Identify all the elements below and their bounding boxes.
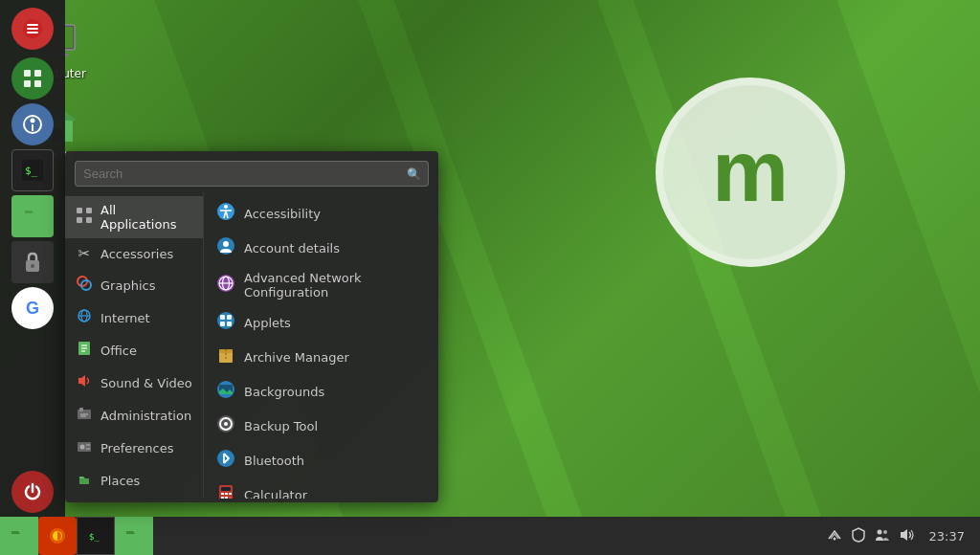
preferences-label: Preferences: [100, 441, 173, 455]
svg-rect-72: [221, 497, 224, 499]
sound-icon: [75, 373, 94, 392]
sidebar-menu-button[interactable]: [11, 8, 54, 50]
calculator-icon: [215, 483, 236, 499]
taskbar-right: 23:37: [824, 527, 980, 545]
archive-manager-label: Archive Manager: [244, 350, 349, 365]
search-bar: 🔍: [65, 151, 438, 192]
accessories-label: Accessories: [100, 247, 173, 261]
category-graphics[interactable]: Graphics: [65, 269, 203, 301]
svg-point-53: [217, 312, 234, 329]
sidebar-terminal-button[interactable]: $_: [11, 149, 54, 191]
accessories-icon: ✂: [75, 245, 94, 262]
search-input[interactable]: [75, 161, 429, 187]
bluetooth-label: Bluetooth: [244, 454, 304, 468]
app-accessibility[interactable]: Accessibility: [204, 196, 438, 231]
taskbar-files2-button[interactable]: [115, 517, 153, 555]
app-archive-manager[interactable]: Archive Manager: [204, 340, 438, 374]
menu-body: All Applications ✂ Accessories Graphics: [65, 192, 438, 499]
taskbar-clock: 23:37: [922, 529, 972, 544]
office-label: Office: [100, 344, 137, 358]
places-label: Places: [100, 474, 140, 488]
svg-point-41: [80, 445, 85, 450]
svg-point-65: [224, 422, 228, 426]
graphics-label: Graphics: [100, 278, 155, 293]
sidebar-power-button[interactable]: [11, 471, 54, 513]
category-sound-video[interactable]: Sound & Video: [65, 366, 203, 399]
advanced-network-label: Advanced Network Configuration: [244, 271, 427, 300]
svg-rect-13: [24, 80, 31, 87]
category-office[interactable]: Office: [65, 334, 203, 366]
category-preferences[interactable]: Preferences: [65, 432, 203, 464]
svg-rect-56: [220, 322, 225, 326]
account-details-label: Account details: [244, 241, 340, 255]
internet-label: Internet: [100, 311, 150, 325]
svg-point-66: [217, 450, 234, 467]
svg-rect-55: [227, 315, 232, 320]
taskbar-left: $_: [0, 517, 153, 555]
backgrounds-label: Backgrounds: [244, 385, 324, 399]
svg-rect-25: [86, 217, 92, 223]
apps-list: Accessibility Account details: [204, 192, 438, 499]
taskbar: $_: [0, 517, 980, 555]
app-menu: 🔍 All Applications ✂ Accessories: [65, 151, 438, 502]
category-places[interactable]: Places: [65, 464, 203, 497]
sidebar-grid-button[interactable]: [11, 57, 54, 100]
app-account-details[interactable]: Account details: [204, 231, 438, 265]
administration-label: Administration: [100, 409, 191, 423]
taskbar-firefox-button[interactable]: [38, 517, 77, 555]
svg-point-89: [877, 529, 881, 534]
applets-label: Applets: [244, 316, 291, 330]
svg-rect-74: [229, 497, 232, 499]
app-backgrounds[interactable]: Backgrounds: [204, 374, 438, 409]
accessibility-label: Accessibility: [244, 207, 321, 221]
svg-rect-71: [229, 493, 232, 495]
svg-point-16: [31, 119, 35, 123]
archive-icon: [215, 345, 236, 368]
svg-rect-12: [34, 70, 41, 77]
sidebar-files-button[interactable]: [11, 195, 54, 237]
svg-rect-57: [227, 322, 232, 326]
category-administration[interactable]: Administration: [65, 399, 203, 432]
app-bluetooth[interactable]: Bluetooth: [204, 443, 438, 477]
backup-icon: [215, 414, 236, 437]
office-icon: [75, 341, 94, 360]
app-calculator[interactable]: Calculator: [204, 477, 438, 499]
svg-rect-22: [77, 208, 82, 213]
bluetooth-icon: [215, 449, 236, 472]
category-accessories[interactable]: ✂ Accessories: [65, 238, 203, 269]
admin-icon: [75, 406, 94, 425]
all-apps-label: All Applications: [100, 203, 193, 232]
app-backup-tool[interactable]: Backup Tool: [204, 409, 438, 443]
category-all[interactable]: All Applications: [65, 196, 203, 238]
svg-rect-11: [24, 70, 31, 77]
sidebar-google-button[interactable]: G: [11, 287, 54, 329]
sound-video-label: Sound & Video: [100, 376, 192, 390]
tray-shield-icon[interactable]: [849, 527, 868, 545]
account-icon: [215, 236, 236, 259]
accessibility-icon: [215, 202, 236, 225]
app-applets[interactable]: Applets: [204, 305, 438, 340]
svg-rect-69: [221, 493, 224, 495]
svg-point-21: [31, 264, 34, 268]
svg-point-46: [224, 205, 228, 209]
search-icon: 🔍: [407, 167, 421, 181]
taskbar-files-button[interactable]: [0, 517, 38, 555]
svg-rect-14: [34, 80, 41, 87]
svg-rect-37: [79, 408, 83, 411]
svg-rect-54: [220, 315, 225, 320]
sidebar-toggle-button[interactable]: [11, 103, 54, 145]
sidebar-lock-button[interactable]: [11, 241, 54, 283]
tray-users-icon[interactable]: [872, 528, 893, 544]
taskbar-terminal-button[interactable]: $_: [77, 517, 115, 555]
backup-tool-label: Backup Tool: [244, 419, 318, 433]
svg-rect-73: [225, 497, 228, 499]
tray-volume-icon[interactable]: [897, 528, 918, 544]
category-recent[interactable]: Recent Files: [65, 497, 203, 499]
places-icon: [75, 471, 94, 490]
svg-text:$_: $_: [89, 532, 100, 542]
app-advanced-network[interactable]: Advanced Network Configuration: [204, 265, 438, 305]
category-internet[interactable]: Internet: [65, 301, 203, 334]
svg-rect-24: [77, 217, 82, 223]
svg-rect-68: [221, 487, 231, 491]
tray-network-icon[interactable]: [824, 527, 845, 545]
